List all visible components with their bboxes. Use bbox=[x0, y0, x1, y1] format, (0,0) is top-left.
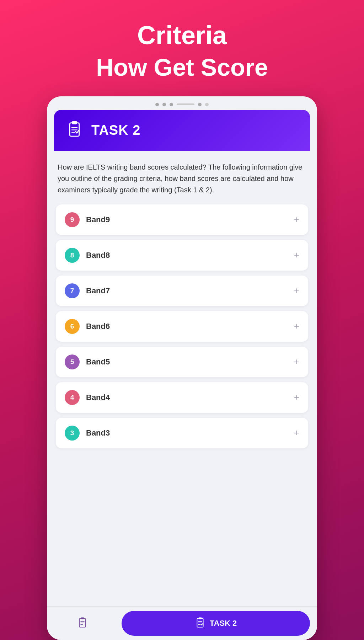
task-title: TASK 2 bbox=[91, 123, 140, 138]
page-title-line2: How Get Score bbox=[14, 53, 350, 82]
band-circle: 3 bbox=[65, 426, 80, 441]
svg-rect-11 bbox=[198, 617, 202, 619]
dot-3 bbox=[170, 103, 173, 106]
band-label: Band5 bbox=[86, 357, 110, 367]
list-item[interactable]: 6 Band6 + bbox=[56, 311, 308, 342]
nav-left-icon[interactable] bbox=[47, 607, 118, 640]
expand-icon[interactable]: + bbox=[294, 392, 299, 403]
phone-card: TASK 2 How are IELTS writing band scores… bbox=[47, 96, 317, 640]
content-area: How are IELTS writing band scores calcul… bbox=[47, 151, 317, 606]
clipboard-icon bbox=[65, 121, 84, 140]
nav-task2-button[interactable]: TASK 2 bbox=[122, 611, 310, 636]
list-item[interactable]: 3 Band3 + bbox=[56, 418, 308, 448]
band-left: 5 Band5 bbox=[65, 354, 110, 369]
band-circle: 4 bbox=[65, 390, 80, 405]
svg-rect-1 bbox=[72, 121, 77, 124]
band-label: Band4 bbox=[86, 393, 110, 402]
dot-1 bbox=[155, 103, 159, 106]
band-label: Band6 bbox=[86, 322, 110, 331]
band-left: 7 Band7 bbox=[65, 283, 110, 298]
band-number: 8 bbox=[70, 251, 74, 259]
band-left: 4 Band4 bbox=[65, 390, 110, 405]
band-number: 4 bbox=[70, 394, 74, 401]
header-area: Criteria How Get Score bbox=[0, 0, 364, 96]
expand-icon[interactable]: + bbox=[294, 427, 299, 438]
list-item[interactable]: 4 Band4 + bbox=[56, 382, 308, 413]
band-circle: 8 bbox=[65, 248, 80, 263]
band-left: 8 Band8 bbox=[65, 248, 110, 263]
list-item[interactable]: 7 Band7 + bbox=[56, 276, 308, 306]
nav-task2-icon bbox=[195, 617, 205, 630]
svg-rect-0 bbox=[70, 123, 79, 136]
list-item[interactable]: 8 Band8 + bbox=[56, 240, 308, 271]
bands-list: 9 Band9 + 8 Band8 + 7 Band7 + bbox=[56, 204, 308, 448]
expand-icon[interactable]: + bbox=[294, 321, 299, 332]
band-label: Band3 bbox=[86, 428, 110, 438]
expand-icon[interactable]: + bbox=[294, 250, 299, 261]
band-circle: 5 bbox=[65, 354, 80, 369]
band-left: 6 Band6 bbox=[65, 319, 110, 334]
description-text: How are IELTS writing band scores calcul… bbox=[56, 161, 308, 196]
band-circle: 6 bbox=[65, 319, 80, 334]
band-circle: 7 bbox=[65, 283, 80, 298]
dash-indicator bbox=[177, 103, 194, 105]
band-number: 3 bbox=[70, 429, 74, 437]
band-circle: 9 bbox=[65, 212, 80, 227]
band-number: 7 bbox=[70, 287, 74, 295]
dot-5 bbox=[205, 103, 209, 106]
bottom-navigation: TASK 2 bbox=[47, 606, 317, 640]
band-label: Band8 bbox=[86, 251, 110, 260]
list-item[interactable]: 9 Band9 + bbox=[56, 204, 308, 235]
list-item[interactable]: 5 Band5 + bbox=[56, 347, 308, 377]
band-number: 9 bbox=[70, 216, 74, 224]
phone-top-bar bbox=[47, 96, 317, 110]
page-title-line1: Criteria bbox=[14, 21, 350, 49]
band-number: 5 bbox=[70, 358, 74, 366]
expand-icon[interactable]: + bbox=[294, 356, 299, 367]
band-left: 9 Band9 bbox=[65, 212, 110, 227]
nav-task2-label: TASK 2 bbox=[210, 619, 237, 628]
band-number: 6 bbox=[70, 322, 74, 330]
nav-clipboard-icon bbox=[76, 617, 89, 630]
dot-4 bbox=[198, 103, 202, 106]
band-left: 3 Band3 bbox=[65, 426, 110, 441]
dot-2 bbox=[162, 103, 166, 106]
expand-icon[interactable]: + bbox=[294, 214, 299, 225]
expand-icon[interactable]: + bbox=[294, 285, 299, 296]
band-label: Band7 bbox=[86, 286, 110, 295]
svg-rect-6 bbox=[81, 617, 84, 619]
band-label: Band9 bbox=[86, 215, 110, 224]
